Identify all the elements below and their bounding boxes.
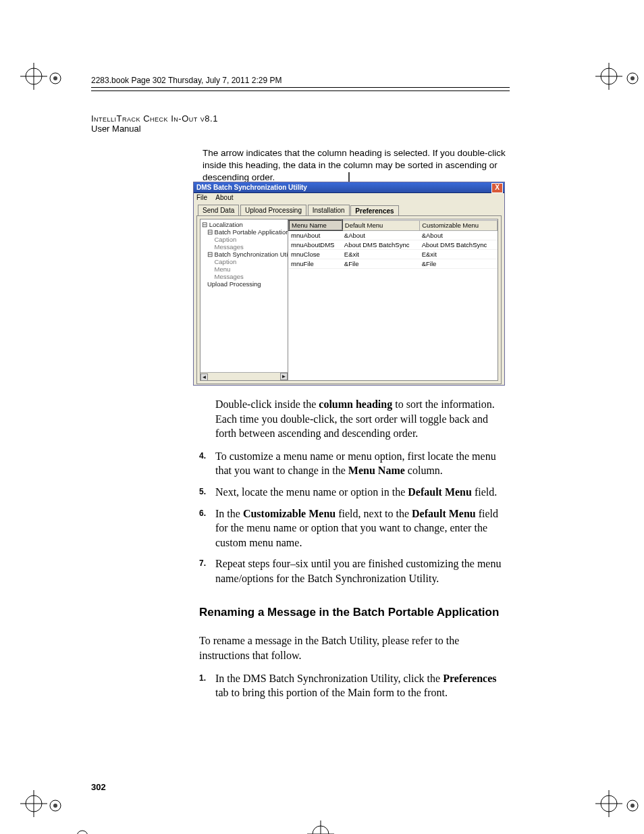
step-number: 7. (199, 558, 206, 569)
tree-node[interactable]: Upload Processing (202, 280, 286, 288)
cell[interactable]: mnuFile (289, 259, 342, 269)
tree-node[interactable]: Caption (202, 258, 286, 265)
svg-point-22 (630, 804, 635, 808)
tab-preferences[interactable]: Preferences (350, 205, 398, 216)
col-custom-menu[interactable]: Customizable Menu (420, 220, 498, 230)
title-bar[interactable]: DMS Batch Synchronization Utility X (194, 182, 504, 193)
rule (91, 87, 510, 91)
table-row[interactable]: mnuFile&File&File (289, 259, 498, 269)
svg-point-18 (630, 76, 635, 80)
dot-icon (49, 799, 62, 812)
tab-upload-processing[interactable]: Upload Processing (240, 205, 306, 215)
page-header: IntelliTrack Check In-Out v8.1 User Manu… (91, 113, 218, 134)
cell[interactable]: &File (420, 259, 498, 269)
tree-node[interactable]: ⊟ Batch Synchronization Utility (202, 251, 286, 258)
page: 2283.book Page 302 Thursday, July 7, 201… (0, 0, 644, 834)
doc-type: User Manual (91, 124, 218, 134)
book-meta: 2283.book Page 302 Thursday, July 7, 201… (91, 76, 510, 91)
tab-strip: Send Data Upload Processing Installation… (194, 202, 504, 215)
step-number: 6. (199, 508, 206, 519)
grid-table: Menu Name Default Menu Customizable Menu… (288, 219, 498, 269)
body-content: Double-click inside the column heading t… (199, 397, 510, 707)
step-number: 4. (199, 450, 206, 461)
tab-pane: ⊟ Localization ⊟ Batch Portable Applicat… (196, 215, 502, 384)
section-heading: Renaming a Message in the Batch Portable… (199, 605, 510, 621)
dot-icon (626, 72, 639, 85)
table-row[interactable]: mnuAboutDMSAbout DMS BatchSyncAbout DMS … (289, 240, 498, 250)
list-item: 4. To customize a menu name or menu opti… (215, 449, 510, 478)
tree-view[interactable]: ⊟ Localization ⊟ Batch Portable Applicat… (200, 219, 288, 381)
list-item: 6. In the Customizable Menu field, next … (215, 506, 510, 550)
term-preferences: Preferences (443, 673, 496, 684)
tab-send-data[interactable]: Send Data (198, 205, 239, 215)
menu-file[interactable]: File (196, 194, 207, 201)
tab-installation[interactable]: Installation (308, 205, 350, 215)
list-item: 7. Repeat steps four–six until you are f… (215, 556, 510, 585)
cell[interactable]: About DMS BatchSync (420, 240, 498, 250)
list-item: 5. Next, locate the menu name or option … (215, 485, 510, 500)
cell[interactable]: About DMS BatchSync (342, 240, 420, 250)
table-row[interactable]: mnuCloseE&xitE&xit (289, 250, 498, 259)
tree-node[interactable]: ⊟ Localization (202, 221, 286, 228)
term-default-menu: Default Menu (408, 486, 472, 498)
close-button[interactable]: X (491, 183, 503, 193)
reg-mark-icon (20, 63, 47, 90)
term-custom-menu: Customizable Menu (243, 508, 336, 519)
tree-node[interactable]: Messages (202, 273, 286, 280)
window-title: DMS Batch Synchronization Utility (196, 184, 307, 191)
tree-node[interactable]: Menu (202, 265, 286, 273)
tree-node[interactable]: ⊟ Batch Portable Application (202, 228, 286, 236)
col-menu-name[interactable]: Menu Name (289, 220, 342, 230)
cell[interactable]: mnuAbout (289, 230, 342, 240)
cell[interactable]: &About (420, 230, 498, 240)
paragraph: To rename a message in the Batch Utility… (199, 633, 510, 662)
svg-point-16 (53, 76, 57, 80)
table-row[interactable]: mnuAbout&About&About (289, 230, 498, 240)
menu-about[interactable]: About (215, 194, 233, 201)
list-item: 1. In the DMS Batch Synchronization Util… (215, 671, 510, 700)
data-grid[interactable]: Menu Name Default Menu Customizable Menu… (288, 219, 498, 381)
dot-icon (49, 72, 62, 85)
page-number: 302 (91, 782, 106, 792)
book-meta-text: 2283.book Page 302 Thursday, July 7, 201… (91, 76, 281, 85)
dot-icon (76, 829, 89, 834)
cell[interactable]: mnuAboutDMS (289, 240, 342, 250)
scroll-left-icon[interactable]: ◄ (200, 373, 208, 381)
step-number: 5. (199, 486, 206, 497)
tree-node[interactable]: Caption (202, 236, 286, 243)
cell[interactable]: E&xit (420, 250, 498, 259)
cell[interactable]: &File (342, 259, 420, 269)
dot-icon (626, 799, 639, 812)
reg-mark-icon (20, 790, 47, 817)
paragraph: Double-click inside the column heading t… (215, 397, 510, 441)
term-menu-name: Menu Name (348, 465, 405, 476)
reg-mark-icon (595, 790, 622, 817)
svg-point-20 (53, 804, 57, 808)
col-default-menu[interactable]: Default Menu (342, 220, 420, 230)
menu-bar: File About (194, 193, 504, 202)
app-window: DMS Batch Synchronization Utility X File… (193, 182, 505, 386)
product-name: IntelliTrack Check In-Out v8.1 (91, 113, 218, 124)
cell[interactable]: mnuClose (289, 250, 342, 259)
grid-header-row: Menu Name Default Menu Customizable Menu (289, 220, 498, 230)
scroll-right-icon[interactable]: ► (280, 373, 288, 380)
svg-point-23 (77, 831, 88, 834)
reg-mark-icon (595, 63, 622, 90)
cell[interactable]: E&xit (342, 250, 420, 259)
term-default-menu: Default Menu (412, 508, 476, 519)
term-column-heading: column heading (319, 398, 392, 410)
tree-scrollbar[interactable]: ◄ ► (200, 372, 288, 380)
tree-node[interactable]: Messages (202, 243, 286, 251)
cell[interactable]: &About (342, 230, 420, 240)
step-number: 1. (199, 673, 206, 683)
reg-mark-icon (307, 820, 334, 834)
